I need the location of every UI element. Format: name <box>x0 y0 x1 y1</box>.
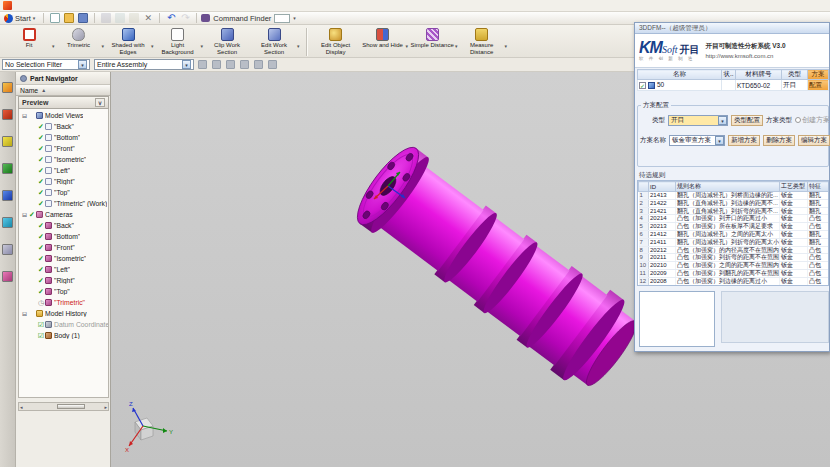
tree-item[interactable]: ✓ "Bottom" <box>19 132 108 143</box>
constraint-navigator-icon[interactable] <box>2 109 13 120</box>
tree-item[interactable]: ✓ "Front" <box>19 242 108 253</box>
tree-item[interactable]: ⊟ ✓ Cameras <box>19 209 108 220</box>
col-scheme[interactable]: 方案 <box>808 70 829 80</box>
checkmark-icon[interactable]: ✓ <box>37 255 45 263</box>
checkmark-icon[interactable]: ☑ <box>37 321 45 329</box>
toolbar-button[interactable]: Show and Hide <box>360 27 406 56</box>
rule-row[interactable]: 6 21412 翻孔（周边减轻孔）之间的距离太小 钣金 翻孔 <box>639 230 830 238</box>
expander-icon[interactable]: ⊟ <box>21 211 28 218</box>
hd3d-tools-icon[interactable] <box>2 190 13 201</box>
chevron-down-icon[interactable]: ∨ <box>95 98 105 107</box>
command-finder[interactable]: Command Finder ▾ <box>201 14 295 23</box>
rule-row[interactable]: 10 20210 凸包（加强窝）之间的距离不在范围内 钣金 凸包 <box>639 262 830 270</box>
scrollbar-thumb[interactable] <box>57 404 85 409</box>
checkmark-icon[interactable]: ✓ <box>37 134 45 142</box>
rule-row[interactable]: 12 20208 凸包（加强窝）到边缘的距离过小 钣金 凸包 <box>639 277 830 285</box>
checkmark-icon[interactable]: ✓ <box>37 156 45 164</box>
start-button[interactable]: Start ▾ <box>0 14 39 23</box>
chevron-down-icon[interactable]: ▾ <box>406 43 409 49</box>
rules-table-container[interactable]: ID 规则名称 工艺类型 特征 1 21413 翻孔（周边减轻孔）到桥面边缘的距… <box>637 180 829 286</box>
chevron-down-icon[interactable]: ▾ <box>297 43 300 49</box>
rule-row[interactable]: 4 20214 凸包（加强窝）到开口的距离过小 钣金 凸包 <box>639 215 830 223</box>
checkmark-icon[interactable]: ✓ <box>37 266 45 274</box>
save-icon[interactable] <box>78 13 88 23</box>
col-status[interactable]: 状.. <box>722 70 736 80</box>
chevron-down-icon[interactable]: ▾ <box>455 43 458 49</box>
expander-icon[interactable]: ⊟ <box>21 310 28 317</box>
history-palette-icon[interactable] <box>2 244 13 255</box>
col-feature[interactable]: 特征 <box>808 182 830 192</box>
chevron-down-icon[interactable]: ▾ <box>293 15 296 21</box>
select-curve-icon[interactable] <box>212 60 221 69</box>
toolbar-button[interactable]: Fit <box>6 27 52 56</box>
chevron-down-icon[interactable]: ▾ <box>505 43 508 49</box>
checkmark-icon[interactable]: ✓ <box>37 189 45 197</box>
add-scheme-button[interactable]: 新增方案 <box>728 135 760 146</box>
tree-item[interactable]: ✓ "Top" <box>19 187 108 198</box>
scroll-right-icon[interactable]: ▸ <box>104 404 107 410</box>
toolbar-button[interactable]: Edit Object Display <box>313 27 359 56</box>
tree-item[interactable]: ✓ "Back" <box>19 220 108 231</box>
part-navigator-icon[interactable] <box>2 136 13 147</box>
tree-item[interactable]: ✓ "Left" <box>19 165 108 176</box>
selection-scope-dropdown[interactable]: Entire Assembly ▾ <box>94 59 194 70</box>
rule-row[interactable]: 9 20211 凸包（加强窝）到折弯的距离不在范围内 钣金 凸包 <box>639 254 830 262</box>
tree-item[interactable]: ☑ Datum Coordinate <box>19 319 108 330</box>
checkmark-icon[interactable]: ✓ <box>37 200 45 208</box>
tree-item[interactable]: ✓ "Front" <box>19 143 108 154</box>
rule-row[interactable]: 3 21421 翻孔（直角减轻孔）到折弯的距离不... 钣金 翻孔 <box>639 207 830 215</box>
col-index[interactable] <box>639 182 649 192</box>
chevron-down-icon[interactable]: ▾ <box>52 43 55 49</box>
create-scheme-radio[interactable]: 创建方案 <box>795 115 830 125</box>
product-url[interactable]: http://www.kmsoft.com.cn <box>705 53 785 59</box>
rule-row[interactable]: 2 21422 翻孔（直角减轻孔）到边缘的距离不... 钣金 翻孔 <box>639 199 830 207</box>
tree-item[interactable]: ☑ Body (1) <box>19 330 108 341</box>
roles-icon[interactable] <box>2 271 13 282</box>
rule-row[interactable]: 1 21413 翻孔（周边减轻孔）到桥面边缘的距... 钣金 翻孔 <box>639 192 830 200</box>
configure-button[interactable]: 配置 <box>808 80 829 91</box>
scheme-name-dropdown[interactable]: 钣金审查方案 ▾ <box>669 135 725 146</box>
expander-icon[interactable]: ⊟ <box>21 112 28 119</box>
col-id[interactable]: ID <box>649 182 676 192</box>
type-dropdown[interactable]: 开目 ▾ <box>668 115 728 126</box>
rule-row[interactable]: 8 20212 凸包（加强窝）的内径高度不在范围内 钣金 凸包 <box>639 246 830 254</box>
tree-item[interactable]: ✓ "Trimetric" (Work) <box>19 198 108 209</box>
toolbar-button[interactable]: Light Background <box>155 27 201 56</box>
select-edge-icon[interactable] <box>226 60 235 69</box>
tree-item[interactable]: ◷ "Trimetric" <box>19 297 108 308</box>
tree-item[interactable]: ✓ "Right" <box>19 176 108 187</box>
new-file-icon[interactable] <box>50 13 60 23</box>
select-body-icon[interactable] <box>268 60 277 69</box>
checkmark-icon[interactable]: ✓ <box>37 178 45 186</box>
toolbar-button[interactable]: Trimetric <box>56 27 102 56</box>
toolbar-button[interactable]: Edit Work Section <box>251 27 297 56</box>
scroll-left-icon[interactable]: ◂ <box>20 404 23 410</box>
select-face-icon[interactable] <box>240 60 249 69</box>
tree-item[interactable]: ✓ "Left" <box>19 264 108 275</box>
col-type[interactable]: 类型 <box>782 70 808 80</box>
toolbar-button[interactable]: Shaded with Edges <box>105 27 151 56</box>
panel-title-bar[interactable]: 3DDFM--（超级管理员） <box>635 23 829 34</box>
tree-item[interactable]: ⊟ Model History <box>19 308 108 319</box>
rule-row[interactable]: 13 21410 翻孔（周边减轻孔）的设计不符合标准 钣金 翻孔 <box>639 285 830 286</box>
toolbar-button[interactable]: Measure Distance <box>459 27 505 56</box>
rule-row[interactable]: 5 20213 凸包（加强窝）所在板厚不满足要求 钣金 凸包 <box>639 223 830 231</box>
checkmark-icon[interactable]: ◷ <box>37 299 45 307</box>
checkmark-icon[interactable]: ✓ <box>37 288 45 296</box>
part-checkbox[interactable]: ✓ <box>639 82 646 89</box>
highlight-selection-icon[interactable] <box>198 60 207 69</box>
checkmark-icon[interactable]: ✓ <box>37 277 45 285</box>
collapsed-panel-header[interactable]: Preview ∨ <box>18 96 109 109</box>
web-browser-icon[interactable] <box>2 217 13 228</box>
chevron-down-icon[interactable]: ▾ <box>201 43 204 49</box>
horizontal-scrollbar[interactable]: ◂ ▸ <box>18 402 109 411</box>
checkmark-icon[interactable]: ☑ <box>37 332 45 340</box>
checkmark-icon[interactable]: ✓ <box>28 211 36 219</box>
rule-row[interactable]: 11 20209 凸包（加强窝）到翻孔的距离不在范围内 钣金 凸包 <box>639 269 830 277</box>
delete-scheme-button[interactable]: 删除方案 <box>763 135 795 146</box>
col-material[interactable]: 材料牌号 <box>736 70 782 80</box>
assembly-navigator-icon[interactable] <box>2 82 13 93</box>
tree-item[interactable]: ✓ "Bottom" <box>19 231 108 242</box>
tree-item[interactable]: ✓ "Isometric" <box>19 154 108 165</box>
part-row[interactable]: ✓50 KTD650-02 开目 配置 <box>638 80 829 91</box>
